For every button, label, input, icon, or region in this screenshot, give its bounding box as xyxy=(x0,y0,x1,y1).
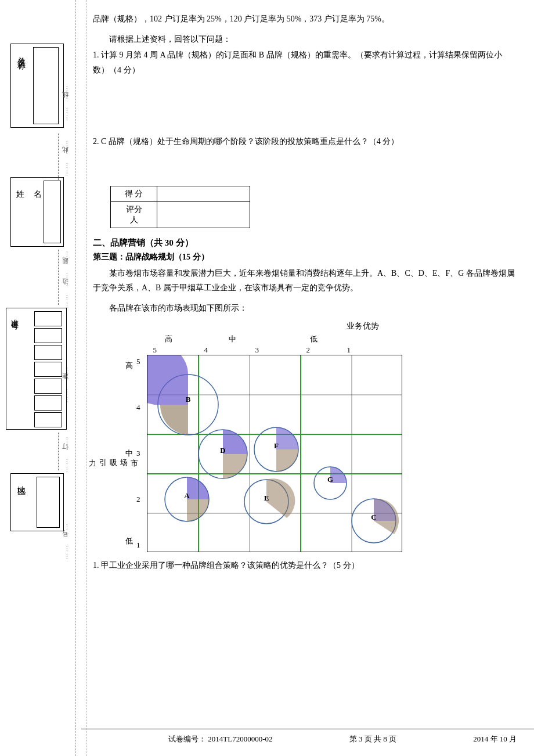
xingming-outer-box: 姓 名 xyxy=(10,177,64,247)
zhunhao-label: 准考证号 xyxy=(9,313,20,318)
danwei-outer-box: 单位名称 xyxy=(10,44,64,128)
svg-text:E: E xyxy=(264,494,269,502)
q3-q1-number: 1. xyxy=(93,561,99,570)
svg-text:G: G xyxy=(327,475,333,484)
svg-text:B: B xyxy=(186,395,191,404)
y-high-label: 高 xyxy=(122,355,136,423)
xingming-label: 姓 xyxy=(15,183,25,185)
question-2-block: 2. C 品牌（规格）处于生命周期的哪个阶段？该阶段的投放策略重点是什么？（4 … xyxy=(93,134,517,150)
intro-paragraph: 品牌（规格），102 户订足率为 25%，120 户订足率为 50%，373 户… xyxy=(93,12,517,26)
dash-sep-3 xyxy=(58,433,59,470)
svg-text:C: C xyxy=(371,513,376,521)
footer-page: 第 3 页 共 8 页 xyxy=(349,734,396,744)
q3-q1-content: 甲工业企业采用了哪一种品牌组合策略？该策略的优势是什么？（5 分） xyxy=(101,561,359,570)
svg-text:A: A xyxy=(184,491,190,500)
fold-label-4: …… 准 …… xyxy=(61,366,70,403)
zhunhao-box-1 xyxy=(34,311,62,326)
diqu-outer-box: 地区 xyxy=(10,473,64,531)
q2-content: C 品牌（规格）处于生命周期的哪个阶段？该阶段的投放策略重点是什么？（4 分） xyxy=(101,137,399,146)
chart-svg: B D F xyxy=(147,355,402,552)
q2-number: 2. xyxy=(93,137,99,146)
danwei-label: 单位名称 xyxy=(16,50,26,57)
question-1-text: 1. 计算 9 月第 4 周 A 品牌（规格）的订足面和 B 品牌（规格）的重需… xyxy=(93,48,517,78)
sidebar: 单位名称 姓 名 准考证号 xyxy=(0,0,81,756)
fold-label-5: …… 订 …… xyxy=(61,435,70,473)
xingming-inner-box xyxy=(44,181,61,243)
question-1-block: 1. 计算 9 月第 4 周 A 品牌（规格）的订足面和 B 品牌（规格）的重需… xyxy=(93,48,517,78)
footer-exam-code-value: 2014TL72000000-02 xyxy=(208,735,272,743)
fold-line-outer xyxy=(75,0,76,756)
x-label-high: 高 xyxy=(151,334,186,344)
x-label-low: 低 xyxy=(279,334,348,344)
fold-label-6: …… 号 …… xyxy=(61,523,70,560)
reviewer-value-cell xyxy=(157,201,250,228)
fold-label-2: …… 此 …… xyxy=(61,139,70,177)
zhunhao-boxes xyxy=(34,311,62,427)
zhunhao-box-7 xyxy=(34,412,62,427)
dash-sep-2 xyxy=(58,250,59,305)
dash-sep-1 xyxy=(58,134,59,180)
score-label-cell: 得 分 xyxy=(111,186,157,201)
q3-intro1: 某市卷烟市场容量和发展潜力巨大，近年来卷烟销量和消费结构逐年上升。A、B、C、D… xyxy=(93,266,517,295)
score-table: 得 分 评分人 xyxy=(110,186,250,228)
zhunhao-box-2 xyxy=(34,328,62,343)
question-2-text: 2. C 品牌（规格）处于生命周期的哪个阶段？该阶段的投放策略重点是什么？（4 … xyxy=(93,134,517,150)
q1-answer-space xyxy=(93,88,517,134)
zhunhao-box-6 xyxy=(34,395,62,411)
chart-y-nums: 5 4 3 2 1 xyxy=(136,355,147,552)
q3-q1-text: 1. 甲工业企业采用了哪一种品牌组合策略？该策略的优势是什么？（5 分） xyxy=(93,558,517,574)
page-footer: 试卷编号： 2014TL72000000-02 第 3 页 共 8 页 2014… xyxy=(81,729,534,744)
q3-heading: 第三题：品牌战略规划（15 分） xyxy=(93,252,517,262)
danwei-inner-box xyxy=(33,47,59,124)
y-low-label: 低 xyxy=(122,484,136,552)
chart-x-axis-nums: 5 4 3 2 1 xyxy=(151,345,517,355)
prompt-text: 请根据上述资料，回答以下问题： xyxy=(93,32,517,48)
footer-exam-code-label: 试卷编号： xyxy=(168,735,206,743)
zhunhao-box-4 xyxy=(34,362,62,377)
fold-label-1: …… 线 …… xyxy=(61,84,70,121)
score-value-cell xyxy=(157,186,250,201)
zhunhao-box-5 xyxy=(34,379,62,394)
x-label-mid: 中 xyxy=(186,334,279,344)
zhunhao-outer-box: 准考证号 xyxy=(6,308,67,430)
main-content: 品牌（规格），102 户订足率为 25%，120 户订足率为 50%，373 户… xyxy=(81,0,534,756)
q1-content: 计算 9 月第 4 周 A 品牌（规格）的订足面和 B 品牌（规格）的重需率。（… xyxy=(93,51,502,75)
q3-intro2: 各品牌在该市的市场表现如下图所示： xyxy=(93,301,517,315)
footer-date: 2014 年 10 月 xyxy=(473,734,517,744)
footer-exam-code: 试卷编号： 2014TL72000000-02 xyxy=(168,734,272,744)
ming-label: 名 xyxy=(32,183,42,185)
zhunhao-box-3 xyxy=(34,345,62,360)
diqu-inner-box xyxy=(37,477,60,528)
main-dashed-line xyxy=(86,0,86,756)
chart-title-label: 业务优势 xyxy=(209,321,517,332)
y-mid-label: 中 xyxy=(122,423,136,485)
q2-answer-space xyxy=(93,159,517,177)
fold-label-3: …… 边 …… 题 …… xyxy=(61,250,70,308)
q3-question-1: 1. 甲工业企业采用了哪一种品牌组合策略？该策略的优势是什么？（5 分） xyxy=(93,558,517,574)
q1-number: 1. xyxy=(93,51,99,59)
svg-text:D: D xyxy=(220,446,225,455)
diqu-label: 地区 xyxy=(16,480,26,483)
chart-y-levels: 高 中 低 xyxy=(122,355,136,552)
chart-y-label: 市场吸引力 xyxy=(104,355,122,552)
chart-container: 业务优势 高 中 低 5 4 3 2 1 市场吸引力 xyxy=(104,321,517,552)
chart-x-axis-labels: 高 中 低 xyxy=(151,334,517,344)
section2-heading: 二、品牌营销（共 30 分） xyxy=(93,237,517,249)
svg-text:F: F xyxy=(274,441,279,450)
chart-main: 市场吸引力 高 中 低 5 4 3 2 1 xyxy=(104,355,517,552)
reviewer-label-cell: 评分人 xyxy=(111,201,157,228)
